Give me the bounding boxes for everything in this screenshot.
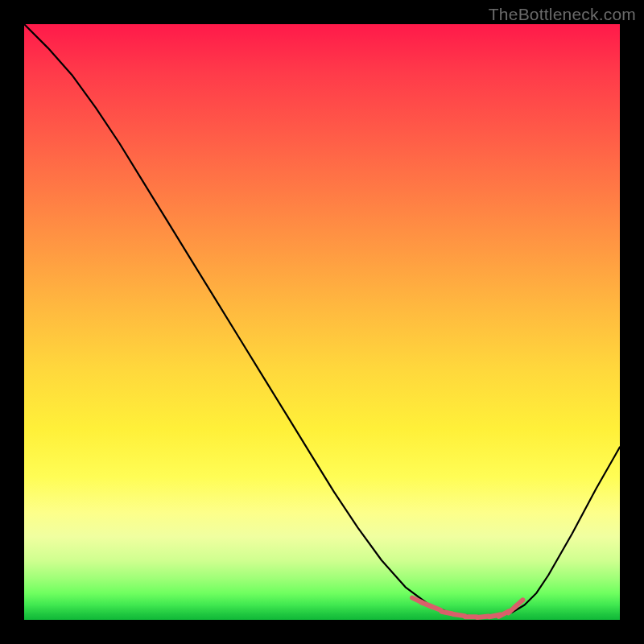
watermark-text: TheBottleneck.com [489,5,636,24]
optimal-zone-markers [412,598,522,617]
bottleneck-curve-line [24,24,620,617]
chart-plot-area [24,24,620,620]
optimal-zone-marker [442,612,453,614]
optimal-zone-marker [453,614,464,616]
optimal-zone-marker [477,617,489,617]
chart-curve-layer [24,24,620,620]
optimal-zone-marker [430,606,440,610]
